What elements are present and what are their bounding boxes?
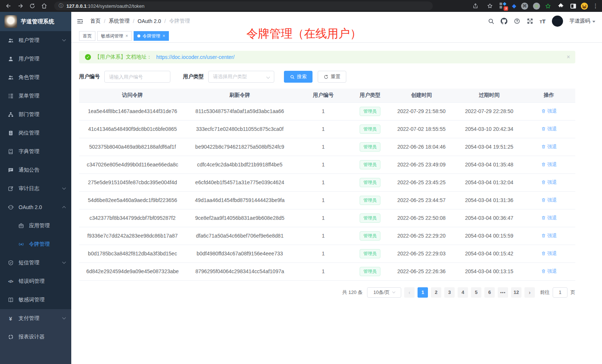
force-logout-label: 强退 [547,126,557,132]
fullscreen-icon[interactable] [527,18,533,24]
user-menu[interactable]: 芋道源码 [569,18,595,24]
user-id-label: 用户编号 [79,73,100,80]
force-logout-button[interactable]: 强退 [541,179,557,186]
sidebar-item-oauth2-token[interactable]: 令牌管理 [0,235,71,254]
puzzle-extension-icon[interactable] [556,1,566,11]
gem-extension-icon[interactable]: ◆ [512,3,516,9]
more-pages-button[interactable]: ••• [498,287,508,298]
close-tab-icon[interactable]: × [163,33,165,39]
force-logout-button[interactable]: 强退 [541,215,557,221]
sidebar-item-role[interactable]: 角色管理 [0,68,71,87]
refresh-token-cell: e6cfd40eb1f54571a31e775e039c4624 [186,173,294,191]
record-extension-icon[interactable] [533,3,540,10]
user-id-cell: 1 [294,102,353,120]
sidebar-item-sms[interactable]: 短信管理 [0,254,71,272]
next-page-button[interactable]: › [524,287,535,298]
sidebar-item-label: 支付管理 [19,315,39,322]
tab-首页[interactable]: 首页 [79,31,95,41]
font-size-icon[interactable]: TT [540,18,546,24]
sidebar-item-pay[interactable]: ¥支付管理 [0,309,71,328]
browser-menu-icon[interactable]: ⋮ [593,3,598,9]
force-logout-button[interactable]: 强退 [541,268,557,275]
force-logout-button[interactable]: 强退 [541,143,557,150]
sidebar-item-tenant[interactable]: 租户管理 [0,31,71,50]
breadcrumb-item[interactable]: 系统管理 [109,18,130,24]
access-token-cell: b0d1785bc3a8482f812db4a3f3bd15ec [79,245,186,262]
sidebar-item-oauth2-app[interactable]: 应用管理 [0,216,71,235]
app-logo[interactable]: 芋道管理系统 [0,12,71,31]
column-header: 操作 [523,89,575,102]
search-icon [290,75,295,79]
sidebar-item-errcode[interactable]: </>错误码管理 [0,272,71,291]
alert-doc-link[interactable]: https://doc.iocoder.cn/user-center/ [156,54,235,60]
page-button-3[interactable]: 3 [444,287,455,298]
expire-time-cell: 2054-03-04 00:13:15 [456,262,523,280]
command-extension-icon[interactable]: ⌘ [521,3,528,10]
url-host: 127.0.0.1 [66,3,86,9]
search-icon[interactable] [488,18,494,24]
sidebar-item-dept[interactable]: 部门管理 [0,105,71,124]
forward-icon[interactable] [16,1,25,11]
tab-label: 敏感词管理 [101,33,123,39]
tab-敏感词管理[interactable]: 敏感词管理× [97,31,132,41]
green-star-extension-icon[interactable] [545,3,551,9]
page-button-5[interactable]: 5 [471,287,481,298]
home-icon[interactable] [39,1,49,11]
reset-button[interactable]: 重置 [318,71,346,83]
user-id-input[interactable] [104,71,170,83]
bookmark-star-icon[interactable] [485,1,495,11]
force-logout-button[interactable]: 强退 [541,250,557,257]
tab-令牌管理[interactable]: 令牌管理× [134,31,169,41]
page-button-1[interactable]: 1 [418,287,428,298]
search-button[interactable]: 搜索 [284,71,313,83]
collapse-menu-icon[interactable] [76,18,84,25]
force-logout-button[interactable]: 强退 [541,108,557,115]
close-tab-icon[interactable]: × [125,33,128,39]
force-logout-button[interactable]: 强退 [541,197,557,203]
filter-form: 用户编号 用户类型 请选择用户类型 搜索 重置 [79,71,575,83]
user-type-select[interactable]: 请选择用户类型 [208,71,274,83]
force-logout-label: 强退 [547,197,557,203]
site-info-icon[interactable]: ⓘ [59,3,63,9]
alert-close-icon[interactable]: × [567,54,570,60]
sidebar-item-post[interactable]: 岗位管理 [0,124,71,142]
side-panel-icon[interactable] [570,4,576,9]
force-logout-button[interactable]: 强退 [541,161,557,168]
help-icon[interactable] [514,18,520,24]
sidebar-item-oauth2[interactable]: OAuth 2.0 [0,198,71,216]
share-icon[interactable] [471,1,480,11]
github-icon[interactable] [501,18,507,24]
user-type-cell: 管理员 [353,138,387,156]
back-icon[interactable] [4,1,13,11]
force-logout-button[interactable]: 强退 [541,232,557,239]
reload-icon[interactable] [27,1,37,11]
sidebar-item-sensitive[interactable]: 敏感词管理 [0,291,71,309]
sidebar-item-dict[interactable]: 字典管理 [0,142,71,161]
sidebar-item-audit[interactable]: 审计日志 [0,179,71,198]
sidebar-menu: 租户管理用户管理角色管理菜单管理部门管理岗位管理字典管理通知公告审计日志OAut… [0,31,71,309]
force-logout-button[interactable]: 强退 [541,126,557,132]
sidebar-item-user[interactable]: 用户管理 [0,50,71,68]
profile-avatar-icon[interactable] [581,3,588,10]
page-button-4[interactable]: 4 [458,287,468,298]
page-button-2[interactable]: 2 [431,287,441,298]
breadcrumb-item[interactable]: 首页 [90,18,101,24]
user-avatar[interactable] [552,16,563,27]
prev-page-button[interactable]: ‹ [404,287,415,298]
sidebar-item-label: 租户管理 [19,37,39,44]
sidebar-item-menu[interactable]: 菜单管理 [0,87,71,105]
breadcrumb-item[interactable]: OAuth 2.0 [138,18,161,24]
users-icon [7,37,14,44]
goto-page-input[interactable] [553,287,567,298]
table-row: 1ea5e44f8bc1467aaede43144f31de76811c5304… [79,102,575,120]
page-button-6[interactable]: 6 [484,287,495,298]
sidebar-item-notice[interactable]: 通知公告 [0,161,71,179]
page-button-12[interactable]: 12 [511,287,521,298]
dict-icon [7,149,14,155]
sidebar-item-report[interactable]: 报表设计器 [0,328,71,346]
extensions-icon[interactable]: 9 [500,2,507,10]
user-type-cell: 管理员 [353,227,387,245]
url-bar[interactable]: ⓘ 127.0.0.1:1024/system/oauth2/token [54,1,433,10]
page-size-select[interactable]: 10条/页 [367,287,401,298]
user-icon [7,56,14,62]
